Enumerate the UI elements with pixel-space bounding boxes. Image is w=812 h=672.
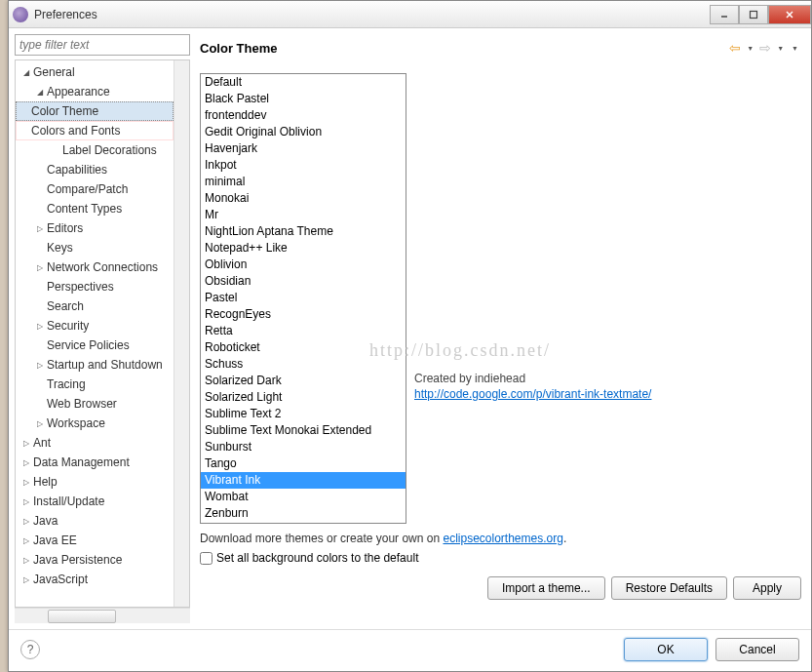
- tree-item-label: General: [33, 65, 75, 79]
- expand-icon[interactable]: ▷: [35, 262, 45, 272]
- nav-forward-dropdown[interactable]: ▼: [774, 45, 787, 52]
- theme-list-item[interactable]: Mr: [201, 207, 406, 223]
- expand-icon[interactable]: ▷: [21, 457, 31, 467]
- tree-item-label: Compare/Patch: [47, 182, 128, 196]
- nav-back-icon[interactable]: ⇦: [728, 40, 742, 56]
- tree-item[interactable]: Compare/Patch: [16, 179, 174, 199]
- theme-list-item[interactable]: Obsidian: [201, 273, 406, 290]
- nav-forward-icon[interactable]: ⇨: [758, 40, 772, 56]
- tree-item[interactable]: Content Types: [16, 199, 174, 218]
- tree-item[interactable]: ◢Appearance: [16, 82, 174, 101]
- theme-list-item[interactable]: Tango: [201, 455, 406, 472]
- maximize-button[interactable]: [739, 5, 768, 24]
- ok-button[interactable]: OK: [624, 638, 708, 661]
- expand-icon[interactable]: ▷: [35, 223, 45, 233]
- app-icon: [13, 7, 28, 22]
- theme-list-item[interactable]: Retta: [201, 323, 406, 339]
- theme-list-item[interactable]: Roboticket: [201, 339, 406, 356]
- tree-item[interactable]: ▷Install/Update: [16, 492, 174, 511]
- theme-list-item[interactable]: Schuss: [201, 356, 406, 373]
- theme-list-item[interactable]: Pastel: [201, 290, 406, 306]
- theme-list-item[interactable]: Sublime Text Monokai Extended: [201, 422, 406, 439]
- theme-list-item[interactable]: Wombat: [201, 489, 406, 505]
- help-icon[interactable]: ?: [20, 640, 40, 659]
- tree-item-label: JavaScript: [33, 573, 88, 586]
- tree-item[interactable]: ▷Data Management: [16, 453, 174, 472]
- theme-list-item[interactable]: Notepad++ Like: [201, 240, 406, 257]
- tree-item[interactable]: ▷Network Connections: [16, 257, 174, 277]
- tree-item[interactable]: Web Browser: [16, 394, 174, 414]
- theme-list-item[interactable]: Vibrant Ink: [201, 472, 406, 489]
- import-theme-button[interactable]: Import a theme...: [487, 576, 605, 600]
- theme-list[interactable]: DefaultBlack PastelfrontenddevGedit Orig…: [200, 73, 406, 524]
- tree-item[interactable]: Label Decorations: [16, 140, 174, 160]
- nav-back-dropdown[interactable]: ▼: [744, 45, 756, 52]
- expand-icon[interactable]: ▷: [21, 516, 31, 526]
- theme-list-item[interactable]: Inkpot: [201, 157, 406, 174]
- expand-icon[interactable]: ▷: [21, 477, 31, 487]
- theme-list-item[interactable]: Solarized Dark: [201, 373, 406, 389]
- filter-input[interactable]: [15, 34, 190, 56]
- eclipsecolorthemes-link[interactable]: eclipsecolorthemes.org: [443, 532, 562, 545]
- theme-list-item[interactable]: Sunburst: [201, 439, 406, 455]
- expand-icon[interactable]: ▷: [21, 438, 31, 448]
- tree-item[interactable]: ▷Startup and Shutdown: [16, 355, 174, 375]
- preferences-tree[interactable]: ◢General◢AppearanceColor ThemeColors and…: [16, 60, 174, 607]
- apply-button[interactable]: Apply: [733, 576, 801, 600]
- theme-list-item[interactable]: Monokai: [201, 190, 406, 207]
- theme-list-item[interactable]: Black Pastel: [201, 91, 406, 107]
- collapse-icon[interactable]: ◢: [35, 87, 45, 97]
- expand-icon[interactable]: ▷: [21, 496, 31, 506]
- tree-item[interactable]: ▷Workspace: [16, 414, 174, 433]
- tree-item[interactable]: ▷Java Persistence: [16, 550, 174, 570]
- theme-list-item[interactable]: Havenjark: [201, 140, 406, 157]
- expand-icon[interactable]: ▷: [35, 360, 45, 370]
- tree-item[interactable]: ▷JavaScript: [16, 570, 174, 589]
- theme-url-link[interactable]: http://code.google.com/p/vibrant-ink-tex…: [414, 387, 651, 401]
- expand-icon[interactable]: ▷: [35, 418, 45, 428]
- close-button[interactable]: [768, 5, 811, 24]
- theme-list-item[interactable]: Sublime Text 2: [201, 406, 406, 422]
- tree-item[interactable]: Perspectives: [16, 277, 174, 296]
- tree-item[interactable]: Tracing: [16, 375, 174, 394]
- tree-item[interactable]: ▷Java: [16, 511, 174, 531]
- tree-item[interactable]: ▷Help: [16, 472, 174, 492]
- collapse-icon[interactable]: ◢: [21, 67, 31, 77]
- tree-item[interactable]: Capabilities: [16, 160, 174, 179]
- expand-icon[interactable]: ▷: [35, 321, 45, 331]
- cancel-button[interactable]: Cancel: [715, 638, 799, 661]
- tree-item[interactable]: Service Policies: [16, 336, 174, 355]
- tree-item[interactable]: ▷Java EE: [16, 531, 174, 550]
- tree-item[interactable]: Color Theme: [16, 101, 174, 121]
- tree-item-label: Content Types: [47, 202, 122, 216]
- tree-scrollbar-horizontal[interactable]: [15, 608, 190, 623]
- nav-menu-dropdown[interactable]: ▼: [789, 45, 801, 52]
- tree-item[interactable]: ▷Editors: [16, 218, 174, 238]
- scrollbar-thumb[interactable]: [48, 610, 116, 623]
- set-background-checkbox[interactable]: [200, 552, 213, 565]
- tree-item-label: Help: [33, 475, 58, 489]
- expand-icon[interactable]: ▷: [21, 574, 31, 584]
- expand-icon[interactable]: ▷: [21, 555, 31, 565]
- tree-scrollbar-vertical[interactable]: [174, 60, 189, 607]
- minimize-button[interactable]: [710, 5, 739, 24]
- theme-list-item[interactable]: minimal: [201, 174, 406, 190]
- theme-list-item[interactable]: frontenddev: [201, 107, 406, 124]
- tree-item[interactable]: Keys: [16, 238, 174, 257]
- theme-list-item[interactable]: Gedit Original Oblivion: [201, 124, 406, 140]
- tree-item[interactable]: ▷Security: [16, 316, 174, 336]
- tree-item[interactable]: ◢General: [16, 62, 174, 82]
- theme-list-item[interactable]: Default: [201, 74, 406, 91]
- expand-icon[interactable]: ▷: [21, 535, 31, 545]
- theme-list-item[interactable]: RecognEyes: [201, 306, 406, 323]
- theme-list-item[interactable]: Zenburn: [201, 505, 406, 522]
- theme-list-item[interactable]: Solarized Light: [201, 389, 406, 406]
- tree-item-label: Web Browser: [47, 397, 117, 411]
- tree-item-label: Search: [47, 299, 84, 313]
- theme-list-item[interactable]: Oblivion: [201, 257, 406, 273]
- theme-list-item[interactable]: NightLion Aptana Theme: [201, 223, 406, 240]
- restore-defaults-button[interactable]: Restore Defaults: [611, 576, 727, 600]
- tree-item[interactable]: Colors and Fonts: [16, 121, 174, 140]
- tree-item[interactable]: Search: [16, 296, 174, 316]
- tree-item[interactable]: ▷Ant: [16, 433, 174, 453]
